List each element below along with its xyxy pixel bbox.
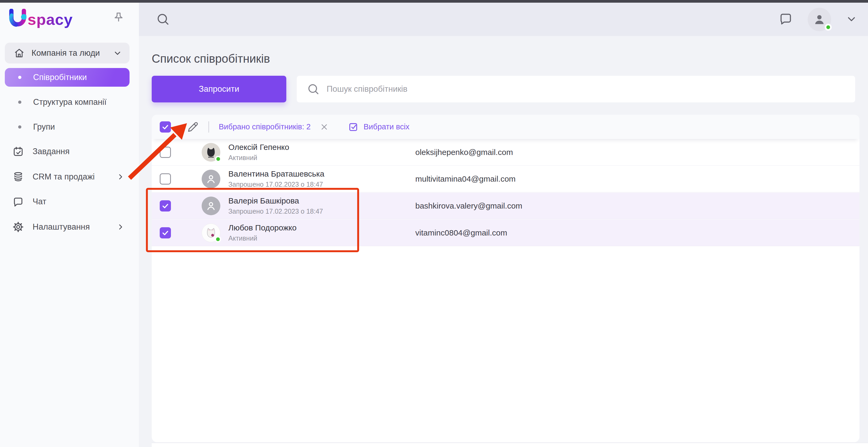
sidebar-item-label: Групи (33, 122, 55, 132)
employee-email: oleksijhepenko@gmail.com (415, 148, 513, 157)
employee-name: Валерія Башкірова (228, 196, 415, 205)
employee-row[interactable]: Любов Подорожко Активний vitaminc0804@gm… (152, 219, 860, 246)
employee-row[interactable]: Валерія Башкірова Запрошено 17.02.2023 о… (152, 193, 860, 219)
logo-u-icon (9, 9, 26, 30)
employee-email: vitaminc0804@gmail.com (415, 228, 507, 237)
employee-email: bashkirova.valery@gmail.com (415, 201, 522, 210)
window-top-strip (0, 0, 868, 3)
invite-button[interactable]: Запросити (152, 76, 286, 102)
selected-count-label: Вибрано співробітників: 2 (219, 123, 311, 131)
online-status-dot (215, 156, 221, 162)
search-icon (306, 82, 320, 96)
check-icon (161, 229, 169, 237)
pin-sidebar-button[interactable] (112, 12, 125, 26)
sidebar-item-settings[interactable]: Налаштування (5, 218, 129, 236)
employee-search[interactable] (297, 76, 855, 102)
sidebar-section-company[interactable]: Компанія та люди (5, 43, 129, 64)
sidebar-item-label: Співробітники (33, 73, 87, 82)
avatar-black-cat (202, 143, 220, 162)
sidebar-item-label: Чат (33, 197, 46, 206)
uspacy-logo[interactable]: spacy (9, 8, 73, 30)
calendar-check-icon (12, 146, 24, 157)
employee-name: Валентина Браташевська (228, 169, 415, 178)
employee-status: Активний (228, 154, 415, 162)
global-search-button[interactable] (155, 12, 170, 27)
employee-status: Запрошено 17.02.2023 о 18:47 (228, 180, 415, 188)
user-avatar[interactable] (808, 8, 831, 31)
avatar-placeholder (202, 197, 220, 215)
avatar-white-cat (202, 224, 220, 242)
employee-status: Запрошено 17.02.2023 о 18:47 (228, 207, 415, 215)
close-icon (320, 123, 329, 132)
logo-wordmark: spacy (28, 10, 73, 28)
check-icon (161, 123, 169, 131)
sidebar-item-label: CRM та продажі (33, 172, 95, 182)
pin-icon (112, 12, 125, 26)
chevron-down-icon (113, 48, 122, 58)
employee-email: multivitamina04@gmail.com (415, 174, 516, 183)
gear-icon (12, 221, 24, 233)
topbar (139, 3, 868, 36)
bullet-icon (18, 101, 21, 104)
sidebar-item-tasks[interactable]: Завдання (5, 142, 129, 161)
chat-icon (12, 196, 24, 207)
main-content: Список співробітників Запросити (139, 36, 868, 447)
sidebar-item-label: Завдання (33, 147, 69, 156)
sidebar-item-crm[interactable]: CRM та продажі (5, 168, 129, 186)
app-window: spacy Компанія та люди Співробітники (0, 0, 868, 447)
database-icon (12, 171, 24, 182)
employee-row[interactable]: Олексій Гепенко Активний oleksijhepenko@… (152, 139, 860, 166)
row-checkbox[interactable] (160, 173, 171, 184)
chevron-right-icon (116, 223, 125, 231)
online-status-dot (825, 24, 832, 31)
user-menu-button[interactable] (845, 13, 857, 26)
select-all-checkbox[interactable] (160, 122, 171, 133)
sidebar-item-chat[interactable]: Чат (5, 192, 129, 211)
chat-notifications-button[interactable] (778, 11, 793, 28)
sidebar-section-label: Компанія та люди (32, 48, 100, 58)
toolbar-divider (208, 122, 209, 133)
row-checkbox[interactable] (160, 227, 171, 238)
search-icon (155, 12, 170, 27)
sidebar-item-label: Структура компанії (33, 97, 106, 107)
sidebar-item-employees[interactable]: Співробітники (5, 68, 129, 87)
bullet-icon (18, 76, 21, 79)
row-checkbox[interactable] (160, 147, 171, 158)
sidebar-item-company-structure[interactable]: Структура компанії (5, 94, 129, 111)
employee-name: Олексій Гепенко (228, 143, 415, 152)
sidebar: spacy Компанія та люди Співробітники (0, 3, 139, 447)
person-icon (205, 173, 217, 185)
select-all-action-button[interactable] (348, 122, 359, 132)
edit-selected-button[interactable] (187, 121, 199, 133)
check-square-icon (348, 122, 359, 132)
online-status-dot (215, 236, 221, 242)
table-footer-strip (152, 443, 868, 447)
avatar-placeholder (202, 170, 220, 188)
sidebar-item-label: Налаштування (33, 222, 90, 232)
employee-row[interactable]: Валентина Браташевська Запрошено 17.02.2… (152, 166, 860, 192)
home-icon (14, 48, 25, 59)
page-title: Список співробітників (152, 52, 270, 65)
sidebar-item-groups[interactable]: Групи (5, 118, 129, 136)
employee-status: Активний (228, 234, 415, 242)
bullet-icon (18, 125, 21, 129)
selection-toolbar: Вибрано співробітників: 2 Вибрати всіх (152, 115, 860, 139)
chevron-down-icon (845, 13, 857, 25)
chat-bubble-icon (778, 11, 793, 26)
chevron-right-icon (116, 173, 125, 181)
person-icon (812, 12, 826, 26)
employees-table: Вибрано співробітників: 2 Вибрати всіх (152, 115, 860, 442)
employee-search-input[interactable] (327, 84, 855, 94)
check-icon (161, 202, 169, 210)
clear-selection-button[interactable] (320, 123, 329, 132)
employee-name: Любов Подорожко (228, 223, 415, 232)
person-icon (205, 200, 217, 212)
row-checkbox[interactable] (160, 200, 171, 211)
select-all-label[interactable]: Вибрати всіх (364, 123, 409, 131)
pencil-icon (187, 121, 199, 133)
